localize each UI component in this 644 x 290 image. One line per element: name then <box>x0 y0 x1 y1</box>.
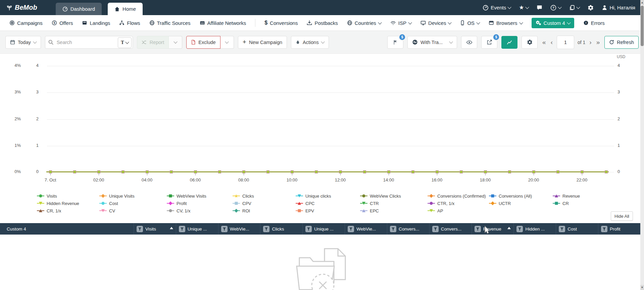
legend-item[interactable]: Conversions (Confirmed) <box>428 193 489 199</box>
report-button[interactable]: Report <box>137 36 169 49</box>
filter-funnel-icon[interactable] <box>432 226 439 232</box>
legend-item[interactable]: CV <box>99 208 167 214</box>
legend-item[interactable]: CPC <box>296 200 360 206</box>
report-dropdown[interactable] <box>169 36 182 49</box>
filter-funnel-icon[interactable] <box>475 226 481 232</box>
tab-home[interactable]: Home <box>108 3 143 15</box>
traffic-filter-dropdown[interactable]: With Tra... <box>407 36 457 49</box>
legend-item[interactable]: EPC <box>360 208 428 214</box>
filter-funnel-icon[interactable] <box>179 226 185 232</box>
legend-item[interactable]: Profit <box>167 200 233 206</box>
legend-item[interactable]: CPV <box>233 200 296 206</box>
column-header-convers[interactable]: Convers... <box>387 223 429 235</box>
legend-item[interactable]: WebView Clicks <box>360 193 428 199</box>
column-label: WebVie... <box>356 226 376 232</box>
column-header-webvie[interactable]: WebVie... <box>345 223 387 235</box>
nav-landings[interactable]: Landings <box>82 20 110 26</box>
legend-item[interactable]: CTR <box>360 200 428 206</box>
legend-item[interactable]: ROI <box>233 208 296 214</box>
exclude-button[interactable]: Exclude <box>186 36 220 49</box>
help-menu[interactable]: ? <box>550 5 561 11</box>
nav-campaigns[interactable]: Campaigns <box>9 20 43 26</box>
filter-funnel-icon[interactable] <box>390 226 396 232</box>
column-header-visits[interactable]: Visits <box>134 223 176 235</box>
legend-item[interactable]: AP <box>428 208 489 214</box>
legend-item[interactable]: CR, 1/x <box>37 208 99 214</box>
column-header-unique[interactable]: Unique ... <box>176 223 218 235</box>
chart-toggle-button[interactable] <box>501 36 517 49</box>
legend-item[interactable]: UCTR <box>489 200 553 206</box>
workspaces-menu[interactable] <box>569 5 580 10</box>
column-header-convers[interactable]: Convers... <box>429 223 472 235</box>
filter-funnel-icon[interactable] <box>516 226 523 232</box>
column-header-webvie[interactable]: WebVie... <box>218 223 260 235</box>
nav-postbacks[interactable]: Postbacks <box>307 20 338 26</box>
filter-funnel-icon[interactable] <box>221 226 228 232</box>
export-button[interactable]: $ <box>481 36 497 49</box>
legend-item[interactable]: Hidden Revenue <box>37 200 99 206</box>
legend-item[interactable]: Cost <box>99 200 167 206</box>
legend-item[interactable]: Visits <box>37 193 99 199</box>
column-header-unique[interactable]: Unique ... <box>302 223 345 235</box>
flag-filter-button[interactable]: $ <box>387 36 403 49</box>
settings-button[interactable] <box>588 5 594 11</box>
legend-item[interactable]: WebView Visits <box>167 193 233 199</box>
filter-funnel-icon[interactable] <box>305 226 312 232</box>
column-header-clicks[interactable]: Clicks <box>260 223 302 235</box>
column-header-profit[interactable]: Profit <box>598 223 640 235</box>
nav-affiliate-networks[interactable]: Affiliate Networks <box>200 20 246 26</box>
nav-custom-4[interactable]: Custom 4 <box>532 18 574 28</box>
feedback-button[interactable] <box>537 5 542 10</box>
nav-devices[interactable]: Devices <box>420 20 451 26</box>
nav-browsers[interactable]: Browsers <box>489 20 523 26</box>
column-header-revenue[interactable]: Revenue <box>472 223 514 235</box>
user-menu[interactable]: Hi, Наталія <box>602 5 635 10</box>
legend-item[interactable]: Conversions (All) <box>489 193 553 199</box>
favorites-menu[interactable]: ★ <box>519 5 529 10</box>
nav-errors[interactable]: ! Errors <box>583 20 605 26</box>
nav-traffic-sources[interactable]: Traffic Sources <box>149 20 191 26</box>
refresh-button[interactable]: Refresh <box>604 36 639 49</box>
legend-item[interactable]: CV, 1/x <box>167 208 233 214</box>
legend-item[interactable]: EPV <box>296 208 360 214</box>
nav-isp[interactable]: ISP <box>390 20 411 26</box>
exclude-dropdown[interactable] <box>220 36 234 49</box>
prev-page-button[interactable]: ‹ <box>550 39 553 45</box>
tab-dashboard[interactable]: Dashboard <box>56 3 102 15</box>
scroll-down-button[interactable]: ▼ <box>640 285 644 290</box>
hide-all-button[interactable]: Hide All <box>611 211 633 221</box>
legend-item[interactable]: CR <box>553 200 580 206</box>
bemob-logo[interactable]: BeMob <box>6 4 37 11</box>
filter-funnel-icon[interactable] <box>601 226 607 232</box>
legend-item[interactable]: Unique Visits <box>99 193 167 199</box>
nav-countries[interactable]: Countries <box>347 20 381 26</box>
legend-item[interactable]: ★Clicks <box>233 193 296 199</box>
page-number-input[interactable] <box>557 36 574 49</box>
nav-flows[interactable]: Flows <box>119 20 140 26</box>
columns-settings-button[interactable] <box>522 36 538 49</box>
filter-funnel-icon[interactable] <box>348 226 354 232</box>
new-campaign-button[interactable]: + New Campaign <box>238 36 287 49</box>
scroll-up-button[interactable]: ▲ <box>640 0 644 5</box>
column-header-hidden[interactable]: Hidden ... <box>513 223 556 235</box>
group-column-header[interactable]: Custom 4 <box>0 223 134 235</box>
scrollbar-thumb[interactable] <box>641 6 644 46</box>
nav-os[interactable]: OS <box>460 20 480 26</box>
events-menu[interactable]: Events <box>483 5 511 11</box>
actions-button[interactable]: Actions <box>291 36 329 49</box>
last-page-button[interactable]: » <box>596 39 601 45</box>
legend-item[interactable]: Unique clicks <box>296 193 360 199</box>
nav-offers[interactable]: $ Offers <box>52 20 73 26</box>
filter-funnel-icon[interactable] <box>559 226 565 232</box>
filter-funnel-icon[interactable] <box>263 226 269 232</box>
search-type-dropdown[interactable]: T <box>118 37 131 48</box>
legend-item[interactable]: CTR, 1/x <box>428 200 489 206</box>
column-header-cost[interactable]: Cost <box>556 223 598 235</box>
legend-item[interactable]: Revenue <box>553 193 580 199</box>
visibility-button[interactable] <box>461 36 477 49</box>
first-page-button[interactable]: « <box>542 39 547 45</box>
filter-funnel-icon[interactable] <box>137 226 143 232</box>
nav-conversions[interactable]: $ Conversions <box>264 20 298 26</box>
next-page-button[interactable]: › <box>589 39 592 45</box>
date-range-button[interactable]: Today <box>5 36 41 49</box>
